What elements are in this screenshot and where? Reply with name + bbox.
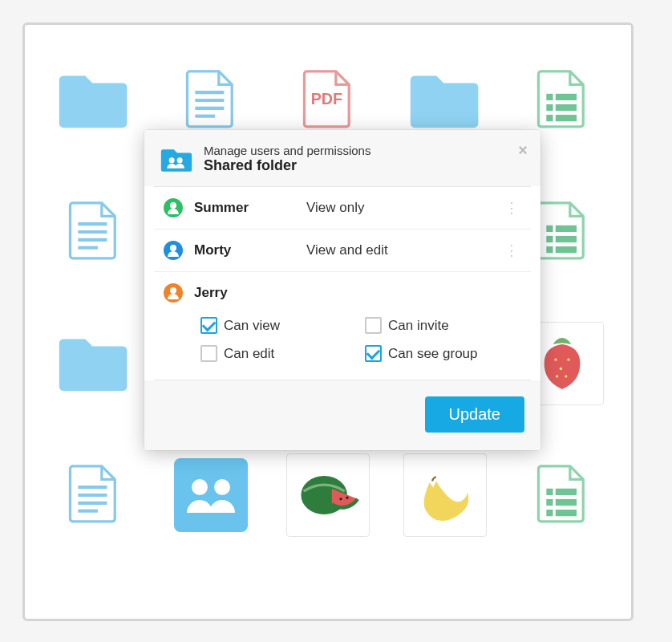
user-row-summer: Summer View only ⋮ <box>154 187 531 229</box>
user-row-morty: Morty View and edit ⋮ <box>154 229 531 271</box>
avatar-icon <box>164 198 183 217</box>
modal-subtitle: Manage users and permissions <box>204 144 370 157</box>
close-icon[interactable]: × <box>518 141 528 160</box>
file-item-shared-folder[interactable] <box>168 452 254 538</box>
modal-footer: Update <box>144 380 540 450</box>
svg-point-25 <box>177 157 183 163</box>
perm-can-edit[interactable]: Can edit <box>200 345 349 362</box>
user-name: Morty <box>194 242 306 258</box>
user-permission: View and edit <box>306 242 501 258</box>
svg-point-24 <box>169 157 175 163</box>
perm-can-invite[interactable]: Can invite <box>365 317 513 334</box>
file-item-banana[interactable] <box>402 452 488 538</box>
perm-can-see-group[interactable]: Can see group <box>365 345 513 362</box>
perm-label: Can invite <box>388 318 449 334</box>
perm-label: Can view <box>224 318 280 334</box>
svg-text:PDF: PDF <box>311 90 342 108</box>
file-item-doc-blue[interactable] <box>51 452 137 538</box>
file-item-folder[interactable] <box>51 57 137 144</box>
update-button[interactable]: Update <box>425 396 525 433</box>
perm-can-view[interactable]: Can view <box>200 317 349 334</box>
checkbox-icon[interactable] <box>200 345 217 362</box>
file-item-doc-blue[interactable] <box>51 189 137 275</box>
user-name: Summer <box>194 200 306 216</box>
user-permission: View only <box>306 200 501 216</box>
perm-label: Can see group <box>388 346 478 362</box>
file-item-watermelon[interactable] <box>285 452 371 538</box>
kebab-menu-icon[interactable]: ⋮ <box>501 242 521 259</box>
modal-title: Shared folder <box>204 157 370 174</box>
perm-label: Can edit <box>224 346 274 362</box>
checkbox-icon[interactable] <box>365 345 382 362</box>
modal-header: Manage users and permissions Shared fold… <box>144 130 540 186</box>
user-name: Jerry <box>194 285 306 301</box>
permissions-modal: Manage users and permissions Shared fold… <box>144 130 540 450</box>
avatar-icon <box>164 283 183 303</box>
checkbox-icon[interactable] <box>365 317 382 334</box>
modal-body: Summer View only ⋮ Morty View and edit ⋮… <box>154 186 531 380</box>
kebab-menu-icon[interactable]: ⋮ <box>501 199 521 217</box>
avatar-icon <box>164 241 183 260</box>
user-row-jerry-expanded: Jerry Can view Can invite Can edit Can <box>154 271 531 380</box>
checkbox-icon[interactable] <box>200 317 217 334</box>
file-item-list-green[interactable] <box>519 452 605 538</box>
shared-folder-icon <box>160 143 192 175</box>
file-item-folder[interactable] <box>51 320 137 407</box>
